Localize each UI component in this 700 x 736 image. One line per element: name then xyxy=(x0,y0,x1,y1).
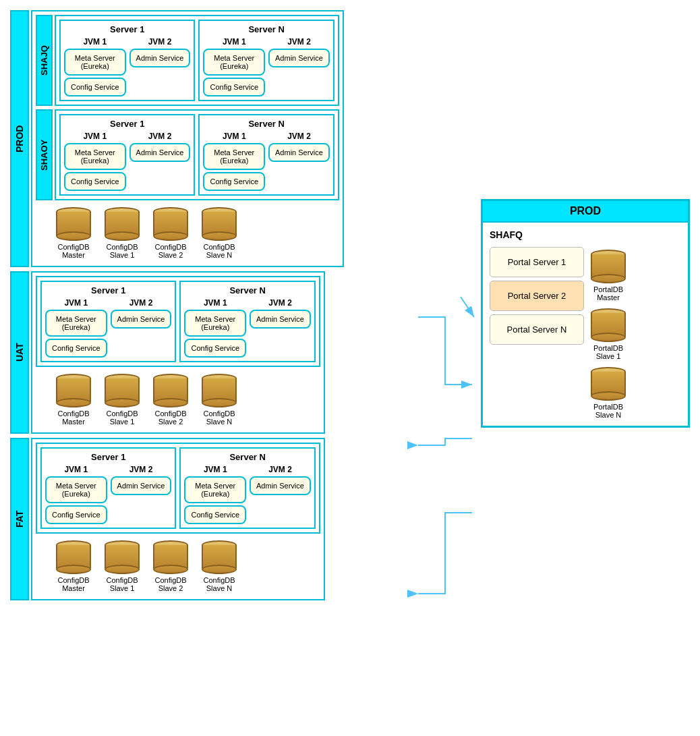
portaldb-slave1-label: PortalDB xyxy=(593,344,623,352)
uat-configdb-slave2-label: ConfigDB xyxy=(154,409,186,418)
fat-server1: Server 1 JVM 1 Meta Server(Eureka) Confi… xyxy=(40,447,176,529)
uat-configdb-row: ConfigDB Master ConfigDB Slave 1 xyxy=(36,370,320,429)
jvm1-label-sn: JVM 1 xyxy=(203,37,265,47)
fat-serverN-title: Server N xyxy=(184,452,310,462)
meta-server-fat-sN-j1: Meta Server(Eureka) xyxy=(184,476,246,503)
uat-sN-jvm1-label: JVM 1 xyxy=(184,298,246,308)
fat-sN-jvm2: JVM 2 Admin Service xyxy=(250,465,311,524)
meta-server-uat-sN-j1: Meta Server(Eureka) xyxy=(184,310,246,337)
shaoy-s1-jvm1: JVM 1 Meta Server(Eureka) Config Service xyxy=(64,132,126,191)
shajq-server1: Server 1 JVM 1 Meta Server(Eureka) Confi… xyxy=(59,20,195,101)
uat-configdb-slave1-sub: Slave 1 xyxy=(110,418,135,426)
jvm1-block-sn: JVM 1 Meta Server(Eureka) Config Service xyxy=(203,37,265,96)
prod-configdb-row: ConfigDB Master ConfigDB Slave 1 xyxy=(36,204,339,262)
fat-configdb-row: ConfigDB Master ConfigDB Slave 1 xyxy=(36,537,320,596)
portaldb-slave1-sub: Slave 1 xyxy=(596,352,621,360)
shaoy-serverN-title: Server N xyxy=(203,119,329,129)
prod-configdb-slaveN: ConfigDB Slave N xyxy=(202,207,237,259)
serverN-title: Server N xyxy=(203,24,329,34)
config-service-box-shajq-s1-j1: Config Service xyxy=(64,78,126,96)
uat-s1-jvm1: JVM 1 Meta Server(Eureka) Config Service xyxy=(45,298,107,358)
shaoy-sN-jvm2-label: JVM 2 xyxy=(268,132,330,141)
shaoy-s1-jvm2-label: JVM 2 xyxy=(129,132,191,141)
portaldb-slaveN-label: PortalDB xyxy=(593,403,623,411)
admin-service-box-shajq-sN-j2: Admin Service xyxy=(268,49,330,67)
shaoy-sN-jvm1-label: JVM 1 xyxy=(203,132,265,141)
server1-title: Server 1 xyxy=(64,24,190,34)
shaoy-server1-title: Server 1 xyxy=(64,119,190,129)
shaoy-s1-jvm2: JVM 2 Admin Service xyxy=(129,132,191,191)
shajq-label: SHAJQ xyxy=(36,15,53,106)
fat-serverN: Server N JVM 1 Meta Server(Eureka) Confi… xyxy=(179,447,315,529)
uat-serverN: Server N JVM 1 Meta Server(Eureka) Confi… xyxy=(179,281,315,362)
portaldb-slave1: PortalDB Slave 1 xyxy=(591,308,626,360)
admin-service-fat-s1-j2: Admin Service xyxy=(111,476,172,495)
uat-configdb-master-label: ConfigDB xyxy=(57,409,89,418)
jvm2-label: JVM 2 xyxy=(129,37,191,47)
admin-service-fat-sN-j2: Admin Service xyxy=(250,476,311,495)
config-service-uat-sN-j1: Config Service xyxy=(184,339,246,358)
admin-service-uat-s1-j2: Admin Service xyxy=(111,310,172,329)
portaldb-master-label: PortalDB xyxy=(593,285,623,293)
portaldb-slaveN: PortalDB Slave N xyxy=(591,367,626,419)
fat-configdb-slaveN: ConfigDB Slave N xyxy=(202,540,237,592)
uat-configdb-master-sub: Master xyxy=(62,418,85,426)
fat-configdb-slave1-sub: Slave 1 xyxy=(110,584,135,592)
jvm1-label: JVM 1 xyxy=(64,37,126,47)
fat-configdb-slave1-label: ConfigDB xyxy=(106,576,138,584)
fat-configdb-slave2-label: ConfigDB xyxy=(154,576,186,584)
fat-server1-title: Server 1 xyxy=(45,452,171,462)
uat-configdb-slave2-sub: Slave 2 xyxy=(158,418,183,426)
meta-server-shaoy-s1-j1: Meta Server(Eureka) xyxy=(64,143,126,170)
admin-service-box-shajq-s1-j2: Admin Service xyxy=(129,49,191,67)
config-service-uat-s1-j1: Config Service xyxy=(45,339,107,358)
uat-sN-jvm2-label: JVM 2 xyxy=(250,298,311,308)
admin-service-shaoy-sN-j2: Admin Service xyxy=(268,143,330,162)
uat-configdb-slaveN-label: ConfigDB xyxy=(203,409,235,418)
uat-configdb-slaveN: ConfigDB Slave N xyxy=(202,374,237,426)
fat-sN-jvm1: JVM 1 Meta Server(Eureka) Config Service xyxy=(184,465,246,524)
shaoy-server1: Server 1 JVM 1 Meta Server(Eureka) Confi… xyxy=(59,114,195,196)
admin-service-shaoy-s1-j2: Admin Service xyxy=(129,143,191,162)
fat-configdb-master-sub: Master xyxy=(62,584,85,592)
shaoy-label: SHAOY xyxy=(36,109,53,200)
fat-sN-jvm1-label: JVM 1 xyxy=(184,465,246,474)
uat-configdb-master: ConfigDB Master xyxy=(56,374,91,426)
shaoy-sN-jvm2: JVM 2 Admin Service xyxy=(268,132,330,191)
arrows-svg xyxy=(457,263,477,479)
prod-configdb-slave2-label: ConfigDB xyxy=(154,243,186,251)
prod-configdb-master-label: ConfigDB xyxy=(57,243,89,251)
uat-s1-jvm2: JVM 2 Admin Service xyxy=(111,298,172,358)
jvm2-label-sn: JVM 2 xyxy=(268,37,330,47)
uat-label: UAT xyxy=(10,271,29,434)
uat-serverN-title: Server N xyxy=(184,285,310,295)
uat-s1-jvm2-label: JVM 2 xyxy=(111,298,172,308)
shaoy-sN-jvm1: JVM 1 Meta Server(Eureka) Config Service xyxy=(203,132,265,191)
uat-server1: Server 1 JVM 1 Meta Server(Eureka) Confi… xyxy=(40,281,176,362)
fat-configdb-master-label: ConfigDB xyxy=(57,576,89,584)
prod-label: PROD xyxy=(10,10,29,267)
portal-server-1-box: Portal Server 1 xyxy=(490,247,584,277)
portaldb-master-sub: Master xyxy=(597,293,620,302)
config-service-fat-s1-j1: Config Service xyxy=(45,505,107,524)
config-service-shaoy-sN-j1: Config Service xyxy=(203,172,265,191)
uat-server1-title: Server 1 xyxy=(45,285,171,295)
fat-configdb-slave2: ConfigDB Slave 2 xyxy=(153,540,188,592)
uat-s1-jvm1-label: JVM 1 xyxy=(45,298,107,308)
uat-configdb-slaveN-sub: Slave N xyxy=(206,418,233,426)
fat-s1-jvm1-label: JVM 1 xyxy=(45,465,107,474)
meta-server-uat-s1-j1: Meta Server(Eureka) xyxy=(45,310,107,337)
config-service-fat-sN-j1: Config Service xyxy=(184,505,246,524)
portal-server-N-box: Portal Server N xyxy=(490,314,584,345)
uat-configdb-slave1-label: ConfigDB xyxy=(106,409,138,418)
config-service-shaoy-s1-j1: Config Service xyxy=(64,172,126,191)
fat-configdb-slaveN-sub: Slave N xyxy=(206,584,233,592)
prod-shafq-header: PROD xyxy=(483,201,688,223)
prod-configdb-slave2-sub: Slave 2 xyxy=(158,251,183,259)
uat-sN-jvm2: JVM 2 Admin Service xyxy=(250,298,311,358)
uat-configdb-slave1: ConfigDB Slave 1 xyxy=(105,374,140,426)
portaldb-master: PortalDB Master xyxy=(591,250,626,302)
meta-server-fat-s1-j1: Meta Server(Eureka) xyxy=(45,476,107,503)
fat-sN-jvm2-label: JVM 2 xyxy=(250,465,311,474)
prod-configdb-slave1-sub: Slave 1 xyxy=(110,251,135,259)
